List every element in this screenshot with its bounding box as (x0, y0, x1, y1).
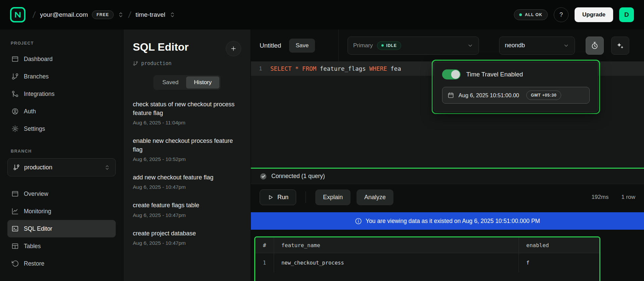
chevron-down-icon (467, 43, 473, 49)
sidebar-item-label: Branches (24, 73, 49, 80)
history-item[interactable]: create feature flags table Aug 6, 2025 -… (133, 201, 241, 218)
database-selector[interactable]: neondb (499, 37, 575, 55)
project-name: time-travel (136, 11, 165, 18)
sidebar-item-label: Overview (24, 190, 48, 198)
time-travel-banner: You are viewing data as it existed on Au… (251, 212, 644, 230)
time-travel-datetime-input[interactable]: Aug 6, 2025 10:51:00.00 GMT +05:30 (442, 87, 590, 104)
branch-section-label: BRANCH (11, 149, 116, 154)
sidebar-item-label: Tables (24, 243, 41, 250)
connection-status-bar: Connected (1 query) (251, 169, 644, 184)
new-query-button[interactable] (226, 41, 241, 56)
account-email: your@email.com (40, 11, 88, 18)
column-header: feature_name (274, 237, 519, 253)
sidebar-item-auth[interactable]: Auth (7, 103, 116, 120)
neon-logo-icon[interactable] (10, 7, 25, 22)
project-section-label: PROJECT (11, 41, 116, 46)
history-item-title: add new checkout feature flag (133, 173, 241, 182)
sidebar-item-sql-editor[interactable]: SQL Editor (7, 220, 116, 237)
tab-history[interactable]: History (186, 76, 219, 89)
datetime-value: Aug 6, 2025 10:51:00.00 (459, 92, 519, 99)
column-header: enabled (519, 237, 599, 253)
run-button[interactable]: Run (260, 189, 296, 205)
history-item-title: enable new checkout process feature flag (133, 136, 241, 154)
toggle-knob (451, 70, 460, 79)
upgrade-button[interactable]: Upgrade (575, 7, 613, 22)
saved-history-tabs: Saved History (153, 75, 221, 90)
branch-icon (13, 164, 20, 171)
time-travel-toggle[interactable] (442, 69, 461, 79)
line-number: 1 (251, 66, 270, 72)
explain-button[interactable]: Explain (315, 189, 351, 205)
divider (306, 191, 306, 203)
history-item[interactable]: check status of new checkout process fea… (133, 100, 241, 126)
query-tab-title[interactable]: Untitled (260, 42, 281, 49)
history-item[interactable]: add new checkout feature flag Aug 6, 202… (133, 173, 241, 190)
branch-selector[interactable]: production (7, 158, 116, 176)
account-breadcrumb[interactable]: your@email.com FREE (40, 10, 124, 19)
ai-assist-button[interactable] (611, 37, 629, 55)
plus-icon (230, 45, 237, 52)
history-item[interactable]: create project database Aug 6, 2025 - 10… (133, 229, 241, 246)
sidebar-item-label: Dashboard (24, 56, 53, 63)
top-header: / your@email.com FREE / time-travel ALL … (0, 0, 644, 30)
sidebar-item-monitoring[interactable]: Monitoring (7, 203, 116, 220)
compute-selector[interactable]: Primary IDLE (347, 37, 479, 55)
restore-icon (11, 260, 19, 267)
time-travel-button[interactable] (586, 37, 604, 55)
chevron-down-icon (563, 43, 569, 49)
connection-status-text: Connected (1 query) (271, 173, 325, 180)
panel-branch: production (123, 56, 251, 66)
user-avatar[interactable]: D (619, 7, 634, 22)
help-button[interactable]: ? (554, 7, 569, 22)
sidebar-item-tables[interactable]: Tables (7, 237, 116, 255)
sql-editor-icon (11, 225, 19, 232)
dashboard-icon (11, 55, 19, 63)
chevron-updown-icon (118, 12, 124, 18)
calendar-icon (447, 92, 454, 99)
analyze-button[interactable]: Analyze (357, 189, 393, 205)
code-editor[interactable]: 1 SELECT * FROM feature_flags WHERE fea … (251, 62, 644, 168)
history-item[interactable]: enable new checkout process feature flag… (133, 136, 241, 162)
sidebar-item-label: Restore (24, 260, 44, 267)
table-header-row: # feature_name enabled (255, 237, 599, 253)
chevron-updown-icon (169, 12, 175, 18)
sidebar-item-label: Monitoring (24, 208, 51, 215)
panel-branch-name: production (141, 60, 171, 66)
table-row: 1 new_checkout_process f (255, 253, 599, 272)
sidebar-item-integrations[interactable]: Integrations (7, 85, 116, 103)
gear-icon (11, 125, 19, 132)
integrations-icon (11, 90, 19, 98)
sidebar-item-settings[interactable]: Settings (7, 120, 116, 137)
page-title: SQL Editor (133, 41, 189, 53)
sidebar-item-branches[interactable]: Branches (7, 68, 116, 85)
sidebar-item-label: Integrations (24, 91, 54, 98)
sidebar-item-dashboard[interactable]: Dashboard (7, 50, 116, 68)
breadcrumb-separator: / (128, 10, 132, 20)
history-item-title: create feature flags table (133, 201, 241, 210)
status-label: ALL OK (525, 12, 542, 17)
table-cell: f (519, 253, 599, 272)
table-cell: 1 (255, 253, 274, 272)
sql-editor-panel: SQL Editor production Saved History chec… (123, 30, 251, 281)
project-breadcrumb[interactable]: time-travel (136, 11, 175, 18)
sidebar-item-label: Auth (24, 108, 36, 115)
idle-dot-icon (381, 44, 384, 47)
query-actions-bar: Run Explain Analyze 192ms 1 row (251, 184, 644, 210)
main-area: Untitled Save Primary IDLE neondb (251, 30, 644, 281)
banner-text: You are viewing data as it existed on Au… (366, 218, 540, 225)
compute-name: Primary (353, 42, 373, 49)
sidebar-item-overview[interactable]: Overview (7, 185, 116, 203)
monitoring-icon (11, 208, 19, 215)
save-button[interactable]: Save (289, 39, 315, 53)
history-item-timestamp: Aug 6, 2025 - 10:47pm (133, 240, 241, 246)
auth-icon (11, 108, 19, 115)
status-badge[interactable]: ALL OK (514, 9, 548, 20)
time-travel-popup: Time Travel Enabled Aug 6, 2025 10:51:00… (432, 60, 600, 114)
tab-saved[interactable]: Saved (155, 76, 186, 89)
sidebar-item-restore[interactable]: Restore (7, 255, 116, 272)
row-count: 1 row (621, 194, 635, 201)
history-item-timestamp: Aug 6, 2025 - 11:04pm (133, 120, 241, 126)
history-item-title: create project database (133, 229, 241, 238)
overview-icon (11, 190, 19, 198)
branch-selector-value: production (24, 164, 52, 171)
